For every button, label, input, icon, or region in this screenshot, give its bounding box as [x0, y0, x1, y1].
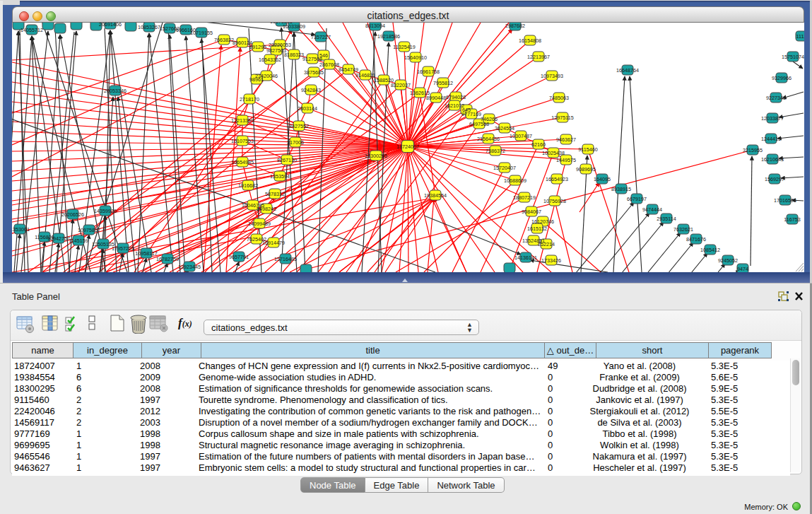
svg-text:3215955: 3215955	[743, 147, 763, 153]
svg-text:16648764: 16648764	[616, 67, 639, 74]
svg-text:9474444: 9474444	[642, 206, 662, 213]
svg-text:9777169: 9777169	[461, 111, 481, 117]
svg-text:7663822: 7663822	[214, 37, 234, 43]
svg-text:9084067: 9084067	[522, 209, 541, 215]
svg-text:12213967: 12213967	[527, 54, 550, 60]
svg-text:546: 546	[319, 52, 328, 59]
svg-text:62160: 62160	[531, 141, 546, 148]
svg-text:21564436: 21564436	[477, 136, 500, 142]
svg-text:14136141: 14136141	[514, 255, 537, 261]
svg-text:16543362: 16543362	[259, 57, 281, 63]
svg-text:18724007: 18724007	[396, 144, 419, 150]
svg-text:1569297: 1569297	[765, 176, 784, 182]
svg-text:15720407: 15720407	[493, 165, 516, 171]
svg-text:8471676: 8471676	[686, 236, 706, 243]
svg-text:1449575: 1449575	[556, 157, 576, 163]
svg-text:16120746: 16120746	[531, 218, 554, 225]
svg-text:2935114: 2935114	[657, 216, 676, 222]
svg-text:15751074: 15751074	[782, 54, 804, 60]
svg-text:252214: 252214	[538, 241, 555, 247]
svg-text:9242843: 9242843	[301, 87, 321, 93]
svg-text:12975115: 12975115	[551, 115, 573, 121]
svg-text:8322037: 8322037	[391, 82, 411, 88]
svg-text:10958117: 10958117	[135, 250, 157, 257]
svg-text:8427552: 8427552	[289, 123, 309, 129]
svg-text:10025438: 10025438	[542, 150, 565, 156]
svg-text:8813094: 8813094	[365, 23, 385, 29]
svg-text:15716485: 15716485	[274, 256, 297, 262]
svg-text:20053346: 20053346	[104, 88, 126, 94]
svg-text:17957225: 17957225	[112, 245, 134, 252]
svg-text:16033809: 16033809	[283, 23, 305, 30]
svg-text:16210643: 16210643	[761, 156, 784, 163]
svg-text:9474: 9474	[737, 266, 748, 272]
svg-text:9227343: 9227343	[766, 95, 786, 101]
svg-text:7485063: 7485063	[549, 95, 569, 101]
svg-text:14099489: 14099489	[248, 221, 271, 227]
svg-text:3875685: 3875685	[304, 69, 324, 76]
svg-text:16782759: 16782759	[156, 256, 179, 262]
svg-text:8990448: 8990448	[426, 95, 446, 101]
svg-text:1244415: 1244415	[761, 136, 781, 142]
svg-text:12942757: 12942757	[47, 235, 70, 242]
svg-text:8186323: 8186323	[284, 52, 304, 58]
svg-text:9115460: 9115460	[578, 146, 597, 153]
svg-text:2987682: 2987682	[505, 23, 525, 29]
svg-text:16107553: 16107553	[231, 138, 254, 144]
svg-text:9329966: 9329966	[772, 75, 792, 81]
svg-text:9146821: 9146821	[355, 72, 375, 78]
svg-text:746266: 746266	[481, 116, 498, 122]
svg-text:9657791: 9657791	[229, 254, 249, 260]
svg-text:12923445: 12923445	[178, 264, 201, 270]
svg-text:1733426: 1733426	[541, 257, 561, 264]
svg-text:10719155: 10719155	[190, 30, 213, 36]
svg-text:10973493: 10973493	[541, 73, 563, 79]
svg-text:18807219: 18807219	[513, 194, 536, 201]
svg-text:1145159: 1145159	[69, 238, 88, 244]
svg-text:10756928: 10756928	[543, 198, 566, 204]
svg-text:2718170: 2718170	[240, 96, 259, 103]
svg-text:1916682: 1916682	[238, 182, 258, 189]
svg-text:5878312: 5878312	[265, 191, 285, 197]
svg-text:10975857: 10975857	[78, 227, 100, 233]
svg-text:164095: 164095	[594, 176, 611, 182]
svg-text:6679197: 6679197	[627, 196, 647, 202]
svg-text:1615132: 1615132	[527, 226, 547, 232]
svg-text:5498242: 5498242	[257, 206, 276, 212]
svg-text:16961758: 16961758	[417, 69, 440, 75]
svg-text:16914479: 16914479	[262, 240, 285, 246]
svg-text:891295: 891295	[249, 44, 266, 50]
svg-text:98961: 98961	[249, 76, 264, 83]
svg-text:20206526: 20206526	[61, 211, 84, 218]
svg-text:12033877: 12033877	[761, 115, 784, 122]
svg-text:3624554: 3624554	[495, 125, 514, 132]
svg-text:15640910: 15640910	[404, 54, 427, 61]
svg-text:19384554: 19384554	[424, 192, 447, 199]
svg-text:1621072: 1621072	[445, 103, 464, 109]
svg-text:10853267: 10853267	[138, 24, 160, 30]
svg-text:6794028: 6794028	[446, 94, 466, 100]
svg-text:16654923: 16654923	[546, 176, 568, 182]
svg-text:7955812: 7955812	[433, 80, 453, 86]
svg-text:317006: 317006	[287, 139, 304, 146]
svg-text:10654985: 10654985	[231, 159, 254, 165]
svg-text:7632621: 7632621	[673, 226, 693, 233]
svg-text:11325419: 11325419	[393, 44, 415, 50]
svg-text:9245052: 9245052	[718, 257, 738, 264]
svg-text:20691406: 20691406	[99, 23, 122, 28]
svg-text:7357227: 7357227	[311, 34, 331, 40]
svg-text:9463627: 9463627	[556, 136, 576, 143]
svg-text:1353594: 1353594	[270, 173, 290, 180]
svg-text:8267130: 8267130	[277, 157, 297, 163]
svg-text:9089695: 9089695	[576, 166, 596, 173]
svg-text:9827503: 9827503	[266, 47, 286, 54]
svg-text:2867608: 2867608	[319, 62, 339, 68]
svg-text:1112: 1112	[796, 33, 804, 40]
svg-text:2803144: 2803144	[298, 105, 317, 112]
svg-text:17016504: 17016504	[774, 197, 796, 204]
svg-text:10307487: 10307487	[510, 133, 532, 139]
svg-text:14055712: 14055712	[20, 27, 43, 33]
svg-text:14359926: 14359926	[94, 208, 117, 214]
svg-text:18300295: 18300295	[365, 153, 387, 159]
svg-text:12213369: 12213369	[231, 117, 254, 124]
